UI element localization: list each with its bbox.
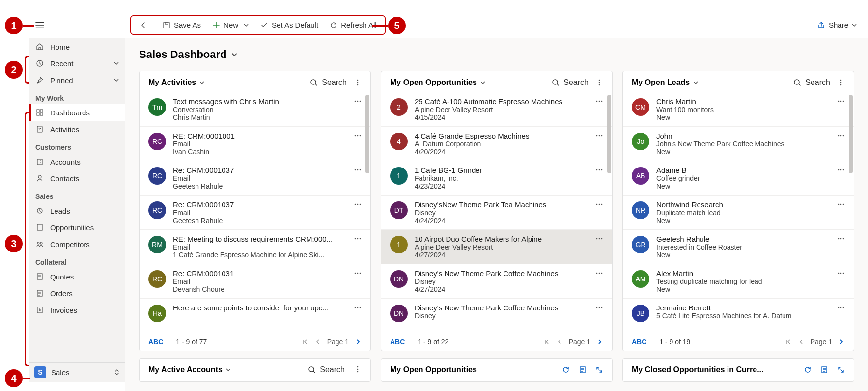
nav-activities[interactable]: Activities — [29, 121, 125, 138]
nav-accounts[interactable]: Accounts — [29, 153, 125, 170]
pager-first-icon[interactable] — [785, 338, 792, 345]
list-item[interactable]: RMRE: Meeting to discuss requirements CR… — [140, 229, 370, 264]
nav-recent[interactable]: Recent — [29, 55, 125, 72]
item-more-icon[interactable] — [354, 97, 362, 105]
pager-prev-icon[interactable] — [314, 338, 321, 345]
item-more-icon[interactable] — [837, 304, 845, 311]
abc-toggle[interactable]: ABC — [148, 338, 163, 346]
new-button[interactable]: New — [207, 19, 254, 31]
expand-icon[interactable] — [595, 366, 603, 374]
card-title-leads[interactable]: My Open Leads — [632, 78, 699, 87]
item-more-icon[interactable] — [595, 166, 603, 174]
nav-opportunities[interactable]: Opportunities — [29, 219, 125, 236]
scrollbar[interactable] — [607, 95, 611, 173]
card-search-activities[interactable]: Search — [310, 78, 347, 87]
list-item[interactable]: RCRe: CRM:0001037EmailGeetesh Rahule — [140, 195, 370, 229]
abc-toggle[interactable]: ABC — [390, 338, 405, 346]
item-more-icon[interactable] — [837, 166, 845, 174]
item-more-icon[interactable] — [595, 304, 603, 311]
item-more-icon[interactable] — [595, 269, 603, 277]
list-item[interactable]: 225 Café A-100 Automatic Espresso Machin… — [381, 92, 612, 126]
pager-next-icon[interactable] — [596, 338, 603, 345]
share-button[interactable]: Share — [811, 15, 863, 35]
nav-contacts[interactable]: Contacts — [29, 170, 125, 187]
item-sub2: New — [656, 251, 830, 259]
item-more-icon[interactable] — [354, 235, 362, 243]
list-item[interactable]: 44 Café Grande Espresso MachinesA. Datum… — [381, 126, 612, 161]
nav-leads[interactable]: Leads — [29, 202, 125, 219]
more-icon[interactable] — [354, 79, 362, 86]
item-more-icon[interactable] — [837, 269, 845, 277]
card-search-leads[interactable]: Search — [793, 78, 830, 87]
list-item[interactable]: JoJohnJohn's New Theme Park Coffee Machi… — [623, 126, 854, 161]
expand-icon[interactable] — [837, 366, 845, 374]
nav-orders[interactable]: Orders — [29, 285, 125, 302]
card-title-active-accounts[interactable]: My Active Accounts — [148, 365, 231, 374]
item-more-icon[interactable] — [354, 304, 362, 311]
list-item[interactable]: JBJermaine Berrett5 Café Lite Espresso M… — [623, 298, 854, 327]
more-icon[interactable] — [595, 79, 603, 86]
item-more-icon[interactable] — [595, 132, 603, 140]
save-as-button[interactable]: Save As — [157, 19, 206, 31]
nav-competitors[interactable]: Competitors — [29, 236, 125, 252]
list-item[interactable]: HaHere are some points to consider for y… — [140, 298, 370, 327]
list-item[interactable]: 11 Café BG-1 GrinderFabrikam, Inc.4/23/2… — [381, 161, 612, 195]
list-item[interactable]: AMAlex MartinTesting duplicate matching … — [623, 264, 854, 298]
hamburger-icon[interactable] — [35, 21, 44, 29]
nav-dashboards[interactable]: Dashboards — [29, 104, 125, 121]
refresh-icon[interactable] — [562, 366, 570, 374]
more-icon[interactable] — [837, 79, 845, 86]
card-title-activities[interactable]: My Activities — [148, 78, 205, 87]
scrollbar[interactable] — [849, 95, 853, 173]
list-item[interactable]: RCRE: CRM:0001001EmailIvan Cashin — [140, 126, 370, 161]
item-more-icon[interactable] — [595, 200, 603, 208]
list-item[interactable]: TmText messages with Chris MartinConvers… — [140, 92, 370, 126]
item-more-icon[interactable] — [595, 97, 603, 105]
pager-first-icon[interactable] — [543, 338, 550, 345]
card-title-opportunities[interactable]: My Open Opportunities — [390, 78, 486, 87]
svg-point-88 — [838, 307, 840, 308]
svg-rect-1 — [165, 22, 168, 24]
list-item[interactable]: DNDisney's New Theme Park Coffee Machine… — [381, 264, 612, 298]
records-icon[interactable] — [820, 366, 828, 374]
item-more-icon[interactable] — [837, 132, 845, 140]
item-more-icon[interactable] — [837, 235, 845, 243]
list-item[interactable]: DNDisney's New Theme Park Coffee Machine… — [381, 298, 612, 327]
list-item[interactable]: DTDisney'sNew Theme Park Tea MachinesDis… — [381, 195, 612, 229]
item-more-icon[interactable] — [354, 166, 362, 174]
back-button[interactable] — [134, 19, 154, 31]
nav-home[interactable]: Home — [29, 38, 125, 55]
pager-prev-icon[interactable] — [798, 338, 805, 345]
list-item[interactable]: RCRe: CRM:0001031EmailDevansh Choure — [140, 264, 370, 298]
search-icon[interactable]: Search — [308, 365, 345, 374]
pager-next-icon[interactable] — [355, 338, 362, 345]
item-more-icon[interactable] — [837, 200, 845, 208]
svg-point-75 — [843, 135, 844, 137]
more-icon[interactable] — [354, 365, 362, 374]
records-icon[interactable] — [579, 366, 587, 374]
item-more-icon[interactable] — [837, 97, 845, 105]
list-item[interactable]: GRGeetesh RahuleInterested in Coffee Roa… — [623, 229, 854, 264]
item-more-icon[interactable] — [595, 235, 603, 243]
list-item[interactable]: 110 Airpot Duo Coffee Makers for AlpineA… — [381, 229, 612, 264]
refresh-icon[interactable] — [804, 366, 812, 374]
pager-prev-icon[interactable] — [556, 338, 563, 345]
nav-quotes[interactable]: Quotes — [29, 268, 125, 285]
nav-pinned[interactable]: Pinned — [29, 72, 125, 88]
abc-toggle[interactable]: ABC — [632, 338, 646, 346]
nav-invoices[interactable]: Invoices — [29, 302, 125, 318]
pager-next-icon[interactable] — [838, 338, 845, 345]
card-search-opportunities[interactable]: Search — [552, 78, 588, 87]
page-title[interactable]: Sales Dashboard — [125, 38, 868, 66]
list-item[interactable]: NRNorthwind ResearchDuplicate match lead… — [623, 195, 854, 229]
list-item[interactable]: RCRe: CRM:0001037EmailGeetesh Rahule — [140, 161, 370, 195]
item-more-icon[interactable] — [354, 132, 362, 140]
scrollbar[interactable] — [365, 95, 369, 173]
item-more-icon[interactable] — [354, 269, 362, 277]
list-item[interactable]: ABAdame BCoffee grinderNew — [623, 161, 854, 195]
app-switcher[interactable]: S Sales — [29, 362, 125, 382]
pager-first-icon[interactable] — [302, 338, 308, 345]
item-more-icon[interactable] — [354, 200, 362, 208]
list-item[interactable]: CMChris MartinWant 100 monitorsNew — [623, 92, 854, 126]
set-default-button[interactable]: Set As Default — [255, 19, 323, 31]
